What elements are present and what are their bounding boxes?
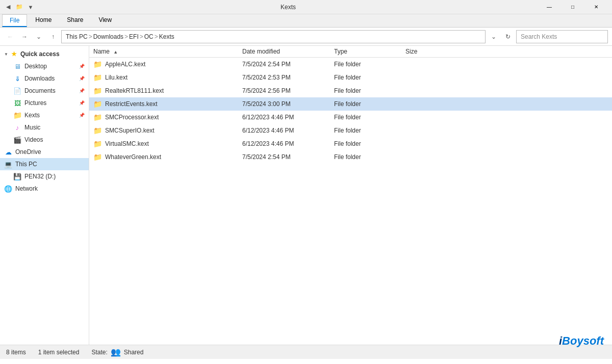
file-type-cell: File folder: [334, 87, 405, 94]
chevron-icon: ▼: [4, 52, 8, 57]
pin-icon: 📌: [79, 113, 85, 118]
window-title: Kexts: [39, 4, 538, 11]
videos-icon: 🎬: [13, 136, 21, 144]
path-efi[interactable]: EFI: [129, 33, 139, 40]
col-type-header[interactable]: Type: [334, 48, 405, 55]
sidebar-downloads-label: Downloads: [24, 75, 76, 82]
path-downloads[interactable]: Downloads: [93, 33, 123, 40]
sidebar-item-kexts[interactable]: 📁 Kexts 📌: [0, 109, 89, 121]
state-label: State:: [91, 349, 107, 356]
documents-icon: 📄: [13, 87, 21, 95]
recent-button[interactable]: ⌄: [33, 31, 45, 43]
address-bar: ← → ⌄ ↑ This PC > Downloads > EFI > OC >…: [0, 28, 612, 46]
title-bar: ◀ 📁 ▼ Kexts — □ ✕: [0, 0, 612, 14]
file-row[interactable]: 📁 SMCSuperIO.kext 6/12/2023 4:46 PM File…: [89, 124, 612, 137]
file-row[interactable]: 📁 AppleALC.kext 7/5/2024 2:54 PM File fo…: [89, 58, 612, 71]
thispc-icon: 💻: [4, 160, 12, 168]
file-row[interactable]: 📁 Lilu.kext 7/5/2024 2:53 PM File folder: [89, 71, 612, 84]
file-type-cell: File folder: [334, 140, 405, 147]
sidebar-item-downloads[interactable]: ⇓ Downloads 📌: [0, 72, 89, 85]
sidebar-desktop-label: Desktop: [24, 63, 76, 70]
sidebar-item-videos[interactable]: 🎬 Videos: [0, 134, 89, 146]
item-count: 8 items: [6, 349, 26, 356]
folder-icon: 📁: [93, 113, 102, 121]
file-row[interactable]: 📁 RealtekRTL8111.kext 7/5/2024 2:56 PM F…: [89, 84, 612, 97]
sidebar-onedrive-label: OneDrive: [15, 148, 85, 155]
file-date-cell: 6/12/2023 4:46 PM: [242, 127, 334, 134]
col-size-header[interactable]: Size: [405, 48, 456, 55]
kexts-folder-icon: 📁: [13, 111, 21, 119]
file-list-area: Name ▲ Date modified Type Size 📁 AppleAL…: [89, 46, 612, 345]
tab-share[interactable]: Share: [60, 14, 90, 27]
pin-icon: 📌: [79, 64, 85, 69]
sidebar-item-music[interactable]: ♪ Music: [0, 121, 89, 134]
up-button[interactable]: ↑: [47, 31, 59, 43]
sidebar-item-pen32[interactable]: 💾 PEN32 (D:): [0, 170, 89, 183]
sidebar-documents-label: Documents: [24, 87, 76, 94]
address-path[interactable]: This PC > Downloads > EFI > OC > Kexts: [61, 30, 486, 43]
sidebar-network-label: Network: [15, 185, 85, 192]
refresh-button[interactable]: ↻: [502, 31, 514, 43]
file-name-cell: 📁 VirtualSMC.kext: [89, 140, 242, 148]
quick-access-label: Quick access: [20, 50, 85, 58]
file-date-cell: 6/12/2023 4:46 PM: [242, 140, 334, 147]
sidebar-item-documents[interactable]: 📄 Documents 📌: [0, 85, 89, 97]
search-box[interactable]: Search Kexts: [516, 30, 608, 43]
iboysoft-watermark: iBoysoft: [559, 334, 604, 348]
main-layout: ▼ ★ Quick access 🖥 Desktop 📌 ⇓ Downloads…: [0, 46, 612, 345]
file-name-cell: 📁 RestrictEvents.kext: [89, 100, 242, 108]
folder-icon: 📁: [93, 60, 102, 68]
sidebar-item-desktop[interactable]: 🖥 Desktop 📌: [0, 60, 89, 72]
state-info: State: 👥 Shared: [91, 347, 143, 357]
file-row[interactable]: 📁 SMCProcessor.kext 6/12/2023 4:46 PM Fi…: [89, 111, 612, 124]
maximize-button[interactable]: □: [561, 0, 584, 14]
state-value: Shared: [124, 349, 144, 356]
file-name-cell: 📁 Lilu.kext: [89, 73, 242, 82]
sort-arrow-icon: ▲: [113, 49, 118, 55]
file-name-cell: 📁 WhateverGreen.kext: [89, 153, 242, 161]
file-date-cell: 6/12/2023 4:46 PM: [242, 114, 334, 121]
tab-view[interactable]: View: [91, 14, 119, 27]
path-kexts[interactable]: Kexts: [159, 33, 174, 40]
file-rows-container: 📁 AppleALC.kext 7/5/2024 2:54 PM File fo…: [89, 58, 612, 164]
folder-icon: 📁: [93, 153, 102, 161]
new-folder-icon[interactable]: ▼: [27, 3, 35, 11]
pin-icon: 📌: [79, 88, 85, 93]
path-thispc[interactable]: This PC: [66, 33, 88, 40]
file-date-cell: 7/5/2024 2:54 PM: [242, 153, 334, 161]
folder-icon: 📁: [93, 140, 102, 148]
sidebar: ▼ ★ Quick access 🖥 Desktop 📌 ⇓ Downloads…: [0, 46, 89, 345]
col-date-header[interactable]: Date modified: [242, 48, 334, 55]
downloads-icon: ⇓: [13, 74, 21, 83]
sidebar-item-network[interactable]: 🌐 Network: [0, 183, 89, 195]
sidebar-item-pictures[interactable]: 🖼 Pictures 📌: [0, 97, 89, 109]
tab-file[interactable]: File: [2, 14, 27, 27]
window-controls: — □ ✕: [538, 0, 608, 14]
sidebar-item-onedrive[interactable]: ☁ OneDrive: [0, 146, 89, 158]
tab-home[interactable]: Home: [28, 14, 59, 27]
file-type-cell: File folder: [334, 153, 405, 161]
path-oc[interactable]: OC: [144, 33, 154, 40]
file-date-cell: 7/5/2024 2:53 PM: [242, 74, 334, 81]
desktop-icon: 🖥: [13, 62, 21, 70]
forward-button[interactable]: →: [18, 31, 31, 43]
expand-path-button[interactable]: ⌄: [488, 31, 500, 43]
quick-access-icon[interactable]: ◀: [4, 3, 12, 11]
music-icon: ♪: [13, 123, 21, 132]
file-row[interactable]: 📁 RestrictEvents.kext 7/5/2024 3:00 PM F…: [89, 97, 612, 111]
file-date-cell: 7/5/2024 3:00 PM: [242, 100, 334, 108]
file-row[interactable]: 📁 VirtualSMC.kext 6/12/2023 4:46 PM File…: [89, 137, 612, 150]
minimize-button[interactable]: —: [538, 0, 561, 14]
file-row[interactable]: 📁 WhateverGreen.kext 7/5/2024 2:54 PM Fi…: [89, 150, 612, 164]
close-button[interactable]: ✕: [584, 0, 608, 14]
col-name-header[interactable]: Name ▲: [89, 48, 242, 55]
sidebar-music-label: Music: [24, 124, 85, 131]
sidebar-item-thispc[interactable]: 💻 This PC: [0, 158, 89, 170]
quick-access-header[interactable]: ▼ ★ Quick access: [0, 48, 89, 60]
back-button[interactable]: ←: [4, 31, 16, 43]
folder-icon: 📁: [93, 73, 102, 82]
folder-icon: 📁: [93, 87, 102, 95]
title-bar-quick-icons: ◀ 📁 ▼: [4, 3, 35, 11]
onedrive-icon: ☁: [4, 148, 12, 156]
folder-icon[interactable]: 📁: [15, 3, 23, 11]
